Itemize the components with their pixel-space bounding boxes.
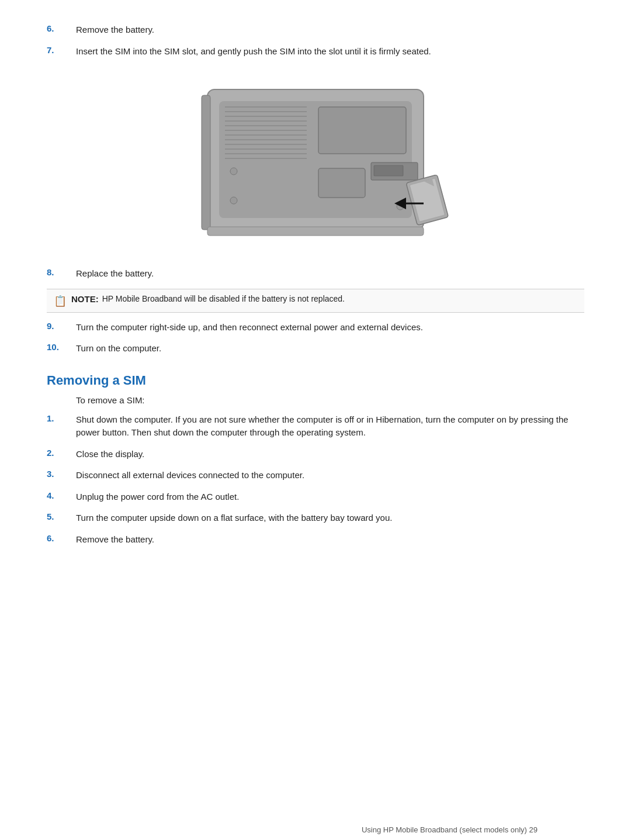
svg-rect-21 <box>318 168 365 198</box>
step-number: 1. <box>47 413 76 423</box>
svg-rect-20 <box>374 165 403 176</box>
step-item: 2. Close the display. <box>47 448 584 461</box>
step-item: 8. Replace the battery. <box>47 267 584 281</box>
intro-text: To remove a SIM: <box>76 395 584 405</box>
step-number: 6. <box>47 23 76 33</box>
step-number: 9. <box>47 321 76 331</box>
steps-middle-rest: 9. Turn the computer right-side up, and … <box>47 321 584 355</box>
laptop-illustration <box>190 72 470 253</box>
step-item: 7. Insert the SIM into the SIM slot, and… <box>47 45 584 58</box>
step-number: 10. <box>47 342 76 352</box>
step-item: 5. Turn the computer upside down on a fl… <box>47 511 584 525</box>
step-text: Disconnect all external devices connecte… <box>76 469 584 482</box>
step-number: 4. <box>47 490 76 500</box>
step-number: 3. <box>47 469 76 479</box>
step-number: 7. <box>47 45 76 55</box>
step-number: 2. <box>47 448 76 458</box>
svg-point-14 <box>230 168 237 175</box>
svg-rect-28 <box>207 227 424 236</box>
step-text: Turn on the computer. <box>76 342 584 355</box>
svg-rect-27 <box>202 95 210 230</box>
steps-top: 6. Remove the battery. 7. Insert the SIM… <box>47 23 584 58</box>
step-text: Remove the battery. <box>76 533 584 547</box>
section-heading: Removing a SIM <box>47 373 584 388</box>
step-item: 6. Remove the battery. <box>47 23 584 37</box>
step-item: 3. Disconnect all external devices conne… <box>47 469 584 482</box>
step-item: 6. Remove the battery. <box>47 533 584 547</box>
step-text: Close the display. <box>76 448 584 461</box>
footer: Using HP Mobile Broadband (select models… <box>362 825 538 834</box>
step-item: 10. Turn on the computer. <box>47 342 584 355</box>
page-wrapper: 6. Remove the battery. 7. Insert the SIM… <box>47 23 584 840</box>
steps-middle: 8. Replace the battery. <box>47 267 584 281</box>
svg-point-15 <box>230 197 237 204</box>
step-number: 6. <box>47 533 76 543</box>
note-text: HP Mobile Broadband will be disabled if … <box>102 294 345 303</box>
laptop-image-container <box>76 72 584 253</box>
note-box: 📋 NOTE: HP Mobile Broadband will be disa… <box>47 289 584 313</box>
step-text: Insert the SIM into the SIM slot, and ge… <box>76 45 584 58</box>
step-text: Turn the computer upside down on a flat … <box>76 511 584 525</box>
step-item: 4. Unplug the power cord from the AC out… <box>47 490 584 504</box>
step-item: 9. Turn the computer right-side up, and … <box>47 321 584 334</box>
svg-rect-18 <box>318 107 406 154</box>
step-text: Unplug the power cord from the AC outlet… <box>76 490 584 504</box>
footer-text: Using HP Mobile Broadband (select models… <box>362 825 538 834</box>
step-number: 5. <box>47 511 76 521</box>
step-text: Shut down the computer. If you are not s… <box>76 413 584 440</box>
step-item: 1. Shut down the computer. If you are no… <box>47 413 584 440</box>
note-label: NOTE: <box>71 294 99 304</box>
step-text: Replace the battery. <box>76 267 584 281</box>
note-icon: 📋 <box>54 295 67 307</box>
step-text: Remove the battery. <box>76 23 584 37</box>
steps-removing: 1. Shut down the computer. If you are no… <box>47 413 584 547</box>
step-text: Turn the computer right-side up, and the… <box>76 321 584 334</box>
step-number: 8. <box>47 267 76 277</box>
